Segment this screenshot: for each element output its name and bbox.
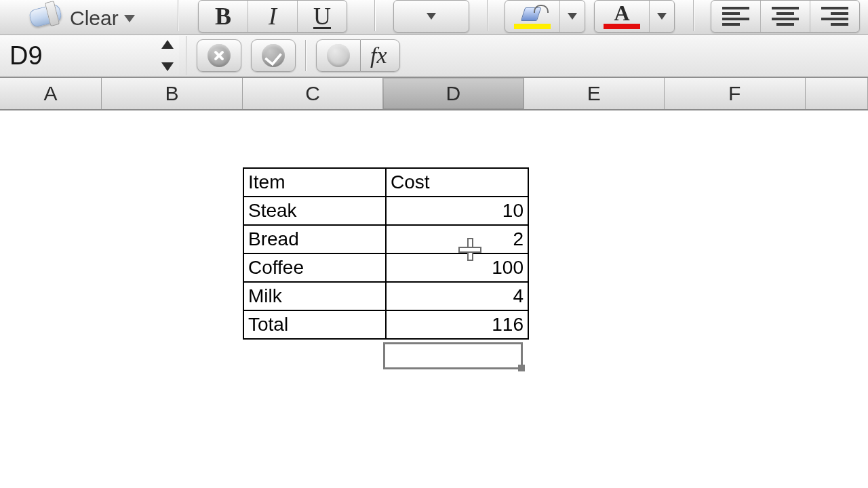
table-row: Milk4 bbox=[243, 282, 528, 310]
alignment-group bbox=[711, 0, 860, 33]
column-header-D[interactable]: D bbox=[383, 78, 524, 109]
align-center-icon bbox=[772, 7, 799, 26]
cell-cost[interactable]: 116 bbox=[386, 310, 528, 339]
font-color-icon: A bbox=[614, 2, 629, 24]
close-icon bbox=[208, 44, 231, 67]
highlight-swatch bbox=[514, 24, 551, 29]
formula-bar: D9 fx bbox=[0, 35, 868, 78]
chevron-down-icon bbox=[657, 13, 667, 20]
header-item[interactable]: Item bbox=[243, 168, 386, 197]
cell-reference-value: D9 bbox=[9, 41, 43, 70]
align-right-icon bbox=[821, 7, 848, 26]
function-status-button[interactable] bbox=[316, 39, 361, 72]
cost-table: Item Cost Steak10Bread2Coffee100Milk4Tot… bbox=[243, 167, 529, 340]
insert-function-button[interactable]: fx bbox=[361, 39, 400, 72]
border-dropdown[interactable] bbox=[393, 0, 469, 33]
cancel-formula-button[interactable] bbox=[197, 39, 241, 72]
header-cost[interactable]: Cost bbox=[386, 168, 528, 197]
cell-item[interactable]: Steak bbox=[243, 197, 386, 225]
bold-button[interactable]: B bbox=[199, 1, 248, 32]
confirm-formula-button[interactable] bbox=[251, 39, 296, 72]
cell-cost[interactable]: 10 bbox=[386, 197, 528, 225]
chevron-down-icon bbox=[427, 13, 436, 20]
column-header-A[interactable]: A bbox=[0, 78, 102, 109]
eraser-icon bbox=[27, 3, 64, 33]
cell-cost[interactable]: 100 bbox=[386, 253, 528, 282]
column-header-blank[interactable] bbox=[806, 78, 869, 109]
align-left-button[interactable] bbox=[711, 1, 761, 32]
formatting-toolbar: Clear B I U A bbox=[0, 0, 868, 35]
table-header-row: Item Cost bbox=[243, 168, 528, 197]
align-center-button[interactable] bbox=[761, 1, 810, 32]
table-row: Coffee100 bbox=[243, 253, 528, 282]
worksheet-area[interactable]: Item Cost Steak10Bread2Coffee100Milk4Tot… bbox=[0, 110, 868, 488]
cell-item[interactable]: Milk bbox=[243, 282, 386, 310]
chevron-up-icon bbox=[161, 40, 174, 49]
table-row: Steak10 bbox=[243, 197, 528, 225]
chevron-down-icon bbox=[161, 62, 174, 71]
column-header-B[interactable]: B bbox=[102, 78, 243, 109]
column-header-row: ABCDEF bbox=[0, 78, 868, 110]
selected-cell[interactable] bbox=[383, 342, 523, 369]
font-color-dropdown[interactable] bbox=[650, 1, 674, 32]
fx-label: fx bbox=[370, 43, 387, 68]
table-row: Total116 bbox=[243, 310, 528, 339]
align-right-button[interactable] bbox=[810, 1, 859, 32]
highlight-color-button[interactable] bbox=[505, 0, 585, 33]
italic-button[interactable]: I bbox=[248, 1, 298, 32]
cell-cost[interactable]: 4 bbox=[386, 282, 528, 310]
chevron-down-icon bbox=[124, 15, 135, 22]
dot-icon bbox=[327, 44, 350, 67]
paint-bucket-icon bbox=[519, 6, 546, 24]
chevron-down-icon bbox=[568, 13, 577, 20]
column-header-E[interactable]: E bbox=[524, 78, 665, 109]
underline-button[interactable]: U bbox=[298, 1, 347, 32]
cell-item[interactable]: Coffee bbox=[243, 253, 386, 282]
check-icon bbox=[262, 44, 285, 67]
highlight-color-dropdown[interactable] bbox=[560, 1, 585, 32]
cell-item[interactable]: Bread bbox=[243, 225, 386, 253]
column-header-C[interactable]: C bbox=[243, 78, 383, 109]
fill-handle[interactable] bbox=[518, 365, 525, 371]
clear-button[interactable]: Clear bbox=[64, 7, 144, 34]
font-color-swatch bbox=[604, 24, 640, 29]
column-header-F[interactable]: F bbox=[665, 78, 806, 109]
cell-reference-box[interactable]: D9 bbox=[0, 36, 179, 75]
align-left-icon bbox=[722, 7, 749, 26]
text-style-group: B I U bbox=[198, 0, 347, 33]
table-row: Bread2 bbox=[243, 225, 528, 253]
font-color-button[interactable]: A bbox=[594, 0, 675, 33]
cell-item[interactable]: Total bbox=[243, 310, 386, 339]
clear-label: Clear bbox=[70, 7, 119, 30]
cell-cost[interactable]: 2 bbox=[386, 225, 528, 253]
cell-reference-stepper[interactable] bbox=[160, 40, 175, 71]
